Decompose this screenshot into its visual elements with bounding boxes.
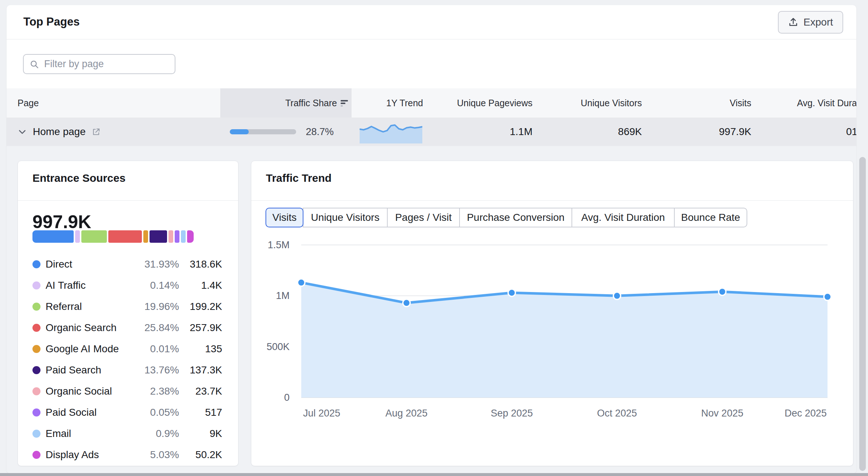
y-axis-tick-label: 0 [284, 392, 290, 403]
sort-descending-icon [341, 89, 349, 118]
visits-value: 997.9K [647, 118, 751, 146]
source-label: Referral [46, 301, 132, 312]
traffic-share-bar [230, 129, 296, 134]
table-row[interactable]: Home page 28.7% 1.1M 869K 997.9K 01:31 [7, 118, 856, 146]
source-value: 517 [179, 407, 222, 418]
column-header-traffic-share[interactable]: Traffic Share [220, 88, 352, 118]
y-axis-tick-label: 1.5M [268, 239, 290, 250]
legend-dot [32, 324, 40, 332]
column-header-unique-visitors[interactable]: Unique Visitors [538, 88, 647, 118]
source-label: AI Traffic [46, 280, 132, 291]
page-title: Top Pages [23, 15, 80, 28]
legend-dot [32, 260, 40, 268]
traffic-trend-title: Traffic Trend [266, 172, 332, 184]
data-point-aug-2025[interactable] [403, 299, 410, 307]
x-axis-tick-label: Nov 2025 [701, 408, 744, 419]
bar-segment-organic-social [168, 230, 173, 243]
legend-dot [32, 366, 40, 374]
traffic-trend-card: Traffic Trend VisitsUnique VisitorsPages… [251, 161, 853, 466]
top-pages-card: Top Pages Export PageTraffic Share1Y Tre… [7, 5, 856, 473]
tab-bounce-rate[interactable]: Bounce Rate [674, 208, 747, 227]
entrance-source-row-organic-social[interactable]: Organic Social2.38%23.7K [18, 381, 238, 402]
external-link-icon[interactable] [92, 127, 101, 137]
tab-purchase-conversion[interactable]: Purchase Conversion [459, 208, 572, 227]
source-percent: 31.93% [132, 258, 179, 270]
data-point-nov-2025[interactable] [718, 288, 726, 295]
vertical-scrollbar-thumb[interactable] [859, 157, 866, 471]
entrance-source-row-referral[interactable]: Referral19.96%199.2K [18, 296, 238, 317]
entrance-stacked-bar [32, 230, 194, 243]
one-year-trend-sparkline [360, 123, 422, 143]
source-value: 135 [179, 343, 222, 355]
entrance-source-row-direct[interactable]: Direct31.93%318.6K [18, 254, 238, 275]
column-header-label: Unique Pageviews [457, 98, 532, 108]
column-header-label: Unique Visitors [581, 98, 642, 108]
export-label: Export [803, 16, 833, 28]
source-percent: 25.84% [132, 322, 179, 334]
source-percent: 19.96% [132, 301, 179, 312]
entrance-source-row-organic-search[interactable]: Organic Search25.84%257.9K [18, 317, 238, 338]
data-point-jul-2025[interactable] [298, 279, 305, 286]
filter-field [23, 54, 175, 74]
bar-segment-direct [32, 230, 74, 243]
divider [251, 200, 853, 201]
bar-segment-paid-social [175, 230, 179, 243]
legend-dot [32, 345, 40, 353]
visits-line [301, 283, 828, 303]
column-header-page[interactable]: Page [7, 88, 220, 118]
column-header-label: Traffic Share [285, 98, 337, 108]
x-axis-tick-label: Aug 2025 [385, 408, 428, 419]
column-header-label: Visits [730, 98, 751, 108]
column-header-unique-pageviews[interactable]: Unique Pageviews [428, 88, 538, 118]
export-button[interactable]: Export [778, 11, 843, 34]
traffic-trend-chart: 0500K1M1.5MJul 2025Aug 2025Sep 2025Oct 2… [251, 161, 853, 466]
column-header-avg-visit-duration[interactable]: Avg. Visit Duration [756, 88, 856, 118]
entrance-sources-title: Entrance Sources [32, 172, 125, 184]
tab-avg-visit-duration[interactable]: Avg. Visit Duration [571, 208, 675, 227]
tab-unique-visitors[interactable]: Unique Visitors [303, 208, 388, 227]
entrance-legend: Direct31.93%318.6KAI Traffic0.14%1.4KRef… [18, 254, 238, 465]
bar-segment-email [181, 230, 186, 243]
avg-visit-duration-value: 01:31 [756, 118, 856, 146]
source-value: 50.2K [179, 449, 222, 461]
legend-dot [32, 303, 40, 311]
entrance-sources-card: Entrance Sources 997.9K Direct31.93%318.… [18, 161, 239, 466]
filter-input[interactable] [43, 58, 160, 70]
chevron-down-icon[interactable] [18, 127, 27, 137]
source-label: Paid Social [46, 407, 132, 418]
bar-segment-paid-search [150, 230, 167, 243]
legend-dot [32, 408, 40, 416]
source-percent: 2.38% [132, 385, 179, 397]
column-header-1y-trend[interactable]: 1Y Trend [352, 88, 428, 118]
tab-pages-visit[interactable]: Pages / Visit [387, 208, 460, 227]
source-label: Google AI Mode [46, 343, 132, 355]
source-label: Direct [46, 258, 132, 270]
bar-segment-referral [81, 230, 107, 243]
entrance-source-row-google-ai-mode[interactable]: Google AI Mode0.01%135 [18, 338, 238, 360]
page-link-label[interactable]: Home page [33, 126, 86, 138]
data-point-sep-2025[interactable] [508, 289, 515, 296]
column-header-visits[interactable]: Visits [647, 88, 756, 118]
x-axis-tick-label: Dec 2025 [784, 408, 827, 419]
data-point-oct-2025[interactable] [613, 292, 621, 299]
data-point-dec-2025[interactable] [824, 293, 831, 300]
bar-segment-display-ads [187, 230, 194, 243]
entrance-source-row-email[interactable]: Email0.9%9K [18, 423, 238, 444]
entrance-source-row-paid-social[interactable]: Paid Social0.05%517 [18, 402, 238, 423]
source-label: Paid Search [46, 364, 132, 376]
entrance-total: 997.9K [32, 211, 91, 233]
column-header-label: Avg. Visit Duration [797, 98, 856, 108]
entrance-source-row-display-ads[interactable]: Display Ads5.03%50.2K [18, 444, 238, 465]
page: Top Pages Export PageTraffic Share1Y Tre… [0, 0, 868, 476]
bar-segment-organic-search [108, 230, 142, 243]
unique-visitors-value: 869K [538, 118, 642, 146]
divider [18, 200, 238, 201]
entrance-source-row-ai-traffic[interactable]: AI Traffic0.14%1.4K [18, 275, 238, 296]
horizontal-scrollbar[interactable] [0, 473, 868, 476]
tab-visits[interactable]: Visits [266, 208, 303, 227]
source-value: 9K [179, 428, 222, 439]
entrance-source-row-paid-search[interactable]: Paid Search13.76%137.3K [18, 360, 238, 381]
upload-icon [788, 17, 798, 27]
y-axis-tick-label: 500K [267, 341, 290, 352]
column-header-label: Page [18, 98, 39, 108]
